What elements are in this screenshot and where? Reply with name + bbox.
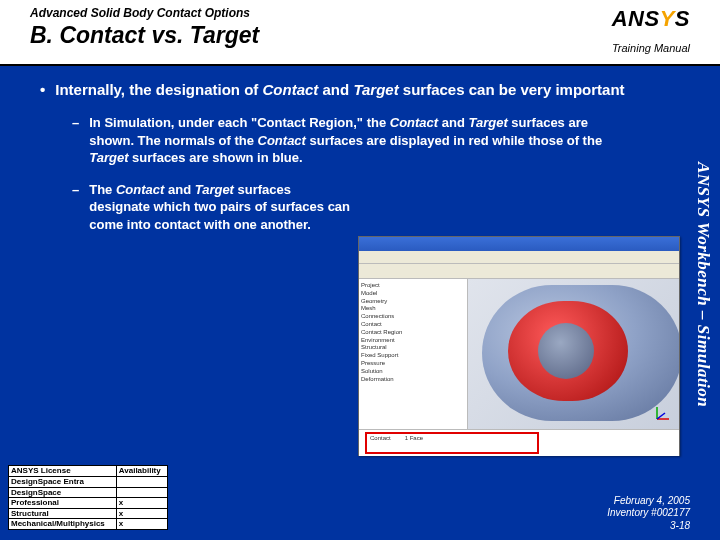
outline-tree: Project Model Geometry Mesh Connections … (359, 279, 468, 429)
part-bore (538, 323, 594, 379)
training-manual-label: Training Manual (612, 42, 690, 54)
window-menubar (359, 251, 679, 264)
table-cell: DesignSpace (9, 487, 117, 498)
table-cell: x (116, 508, 167, 519)
highlight-box: Contact 1 Face (365, 432, 539, 454)
table-cell: Mechanical/Multiphysics (9, 519, 117, 530)
svg-line-2 (657, 413, 665, 419)
table-header: Availability (116, 466, 167, 477)
embedded-screenshot: Project Model Geometry Mesh Connections … (358, 236, 680, 456)
slide-footer: February 4, 2005 Inventory #002177 3-18 (607, 495, 690, 533)
license-table: ANSYS LicenseAvailability DesignSpace En… (8, 465, 168, 530)
footer-inventory: Inventory #002177 (607, 507, 690, 520)
model-viewport (468, 279, 679, 429)
side-label-text: ANSYS Workbench – Simulation (693, 162, 713, 407)
table-cell: x (116, 519, 167, 530)
footer-date: February 4, 2005 (607, 495, 690, 508)
table-cell: Structural (9, 508, 117, 519)
dash-icon: – (72, 181, 79, 234)
chapter-label: Advanced Solid Body Contact Options (30, 6, 690, 20)
ansys-logo: ANSYS (612, 6, 690, 32)
logo-text: ANSYS (612, 6, 690, 31)
details-panel: Contact 1 Face (359, 429, 679, 456)
slide-title: B. Contact vs. Target (30, 22, 690, 49)
table-cell: x (116, 498, 167, 509)
footer-page: 3-18 (607, 520, 690, 533)
bullet-sub-1-text: In Simulation, under each "Contact Regio… (89, 114, 632, 167)
window-titlebar (359, 237, 679, 251)
table-cell (116, 477, 167, 488)
slide-header: Advanced Solid Body Contact Options B. C… (0, 0, 720, 66)
triad-icon (653, 403, 673, 423)
window-body: Project Model Geometry Mesh Connections … (359, 279, 679, 429)
bullet-main-text: Internally, the designation of Contact a… (55, 80, 624, 100)
dash-icon: – (72, 114, 79, 167)
table-cell (116, 487, 167, 498)
slide-content: • Internally, the designation of Contact… (0, 66, 720, 234)
table-header: ANSYS License (9, 466, 117, 477)
side-label: ANSYS Workbench – Simulation (692, 70, 714, 500)
table-cell: Professional (9, 498, 117, 509)
bullet-sub-1: – In Simulation, under each "Contact Reg… (72, 114, 632, 167)
table-cell: DesignSpace Entra (9, 477, 117, 488)
bullet-icon: • (40, 80, 45, 100)
window-toolbar (359, 264, 679, 279)
bullet-main: • Internally, the designation of Contact… (40, 80, 660, 100)
bullet-sub-2: – The Contact and Target surfaces design… (72, 181, 352, 234)
bullet-sub-2-text: The Contact and Target surfaces designat… (89, 181, 352, 234)
